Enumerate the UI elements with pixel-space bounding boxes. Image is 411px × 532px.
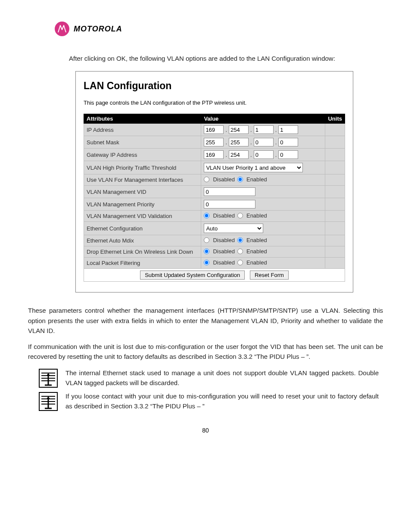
note-1: The internal Ethernet stack used to mana… [39, 368, 383, 388]
label-gateway: Gateway IP Address [84, 149, 201, 161]
use-vlan-disabled-label: Disabled [213, 176, 235, 183]
drop-link-enabled-label: Enabled [246, 248, 267, 255]
label-use-vlan-mgmt: Use VLAN For Management Interfaces [84, 174, 201, 186]
ip-octet-2[interactable] [254, 125, 274, 134]
panel-description: This page controls the LAN configuration… [84, 100, 345, 106]
local-filter-enabled-radio[interactable] [237, 260, 243, 265]
gw-octet-1[interactable] [229, 150, 249, 159]
lan-config-panel: LAN Configuration This page controls the… [75, 71, 353, 292]
paragraph-2: If communication with the unit is lost d… [28, 342, 383, 362]
th-value: Value [201, 114, 325, 124]
gw-octet-0[interactable] [204, 150, 224, 159]
brand-logo: MOTOROLA [55, 22, 383, 36]
label-vlan-mgmt-priority: VLAN Management Priority [84, 198, 201, 211]
mdix-disabled-radio[interactable] [204, 237, 209, 243]
mdix-enabled-radio[interactable] [237, 237, 243, 243]
submit-button[interactable]: Submit Updated System Configuration [140, 271, 245, 280]
vlan-mgmt-priority-input[interactable] [204, 200, 255, 208]
gw-octet-2[interactable] [254, 150, 274, 159]
ip-octet-0[interactable] [204, 125, 224, 134]
drop-link-disabled-label: Disabled [213, 248, 235, 255]
label-eth-auto-mdix: Ethernet Auto Mdix [84, 235, 201, 246]
ip-octet-3[interactable] [278, 125, 298, 134]
page-number: 80 [28, 427, 383, 434]
vid-validation-disabled-label: Disabled [213, 212, 235, 219]
drop-link-enabled-radio[interactable] [237, 249, 243, 254]
th-attributes: Attributes [84, 114, 201, 124]
use-vlan-enabled-label: Enabled [246, 176, 267, 183]
drop-link-disabled-radio[interactable] [204, 249, 209, 254]
label-vlan-mgmt-vid: VLAN Management VID [84, 186, 201, 198]
mdix-enabled-label: Enabled [246, 237, 267, 243]
label-local-filter: Local Packet Filtering [84, 258, 201, 269]
label-subnet-mask: Subnet Mask [84, 136, 201, 149]
mask-octet-0[interactable] [204, 138, 224, 146]
label-drop-link: Drop Ethernet Link On Wireless Link Down [84, 246, 201, 258]
config-table: Attributes Value Units IP Address . . . [84, 114, 345, 282]
brand-name: MOTOROLA [74, 25, 122, 34]
paragraph-1: These parameters control whether the man… [28, 305, 383, 336]
panel-title: LAN Configuration [84, 80, 345, 92]
reset-button[interactable]: Reset Form [250, 271, 289, 280]
vid-validation-enabled-radio[interactable] [237, 213, 243, 218]
mask-octet-3[interactable] [278, 138, 298, 146]
use-vlan-disabled-radio[interactable] [204, 177, 209, 182]
local-filter-disabled-radio[interactable] [204, 260, 209, 265]
label-vlan-threshold: VLAN High Priority Traffic Threshold [84, 161, 201, 174]
label-eth-config: Ethernet Configuration [84, 222, 201, 235]
vlan-threshold-select[interactable]: VLAN User Priority 1 and above [204, 163, 303, 172]
note-2: If you loose contact with your unit due … [39, 391, 383, 411]
mdix-disabled-label: Disabled [213, 237, 235, 243]
ip-octet-1[interactable] [229, 125, 249, 134]
local-filter-enabled-label: Enabled [246, 259, 267, 266]
vid-validation-enabled-label: Enabled [246, 212, 267, 219]
note-icon [39, 368, 59, 388]
label-ip-address: IP Address [84, 124, 201, 136]
mask-octet-2[interactable] [254, 138, 274, 146]
note-2-text: If you loose contact with your unit due … [65, 391, 379, 411]
eth-config-select[interactable]: Auto [204, 224, 263, 233]
intro-text: After clicking on OK, the following VLAN… [69, 53, 379, 63]
motorola-logo-icon [55, 22, 69, 36]
use-vlan-enabled-radio[interactable] [237, 177, 243, 182]
gw-octet-3[interactable] [278, 150, 298, 159]
note-icon [39, 391, 59, 411]
th-units: Units [325, 114, 345, 124]
note-1-text: The internal Ethernet stack used to mana… [65, 368, 379, 388]
mask-octet-1[interactable] [229, 138, 249, 146]
vlan-mgmt-vid-input[interactable] [204, 187, 255, 196]
local-filter-disabled-label: Disabled [213, 259, 235, 266]
vid-validation-disabled-radio[interactable] [204, 213, 209, 218]
label-vlan-mgmt-validation: VLAN Management VID Validation [84, 211, 201, 222]
